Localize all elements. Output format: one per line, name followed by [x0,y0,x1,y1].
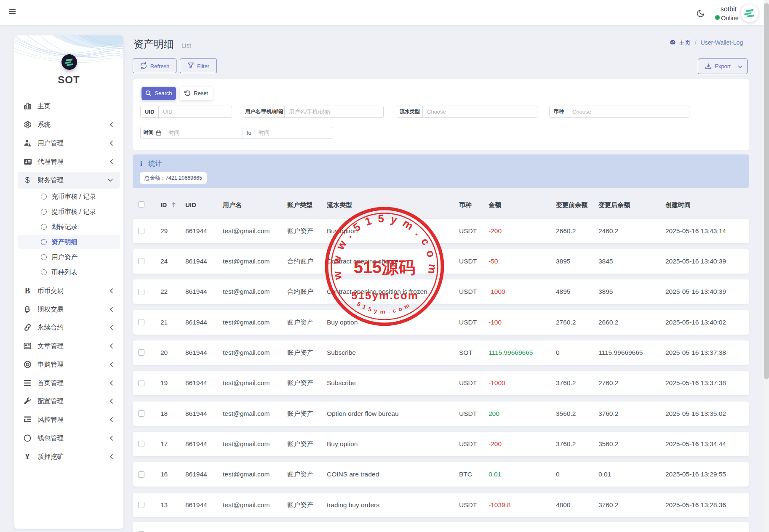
svg-text:515ym.com: 515ym.com [351,289,419,302]
svg-text:515ym.com: 515ym.com [356,301,413,315]
svg-text:515源码: 515源码 [354,258,416,277]
